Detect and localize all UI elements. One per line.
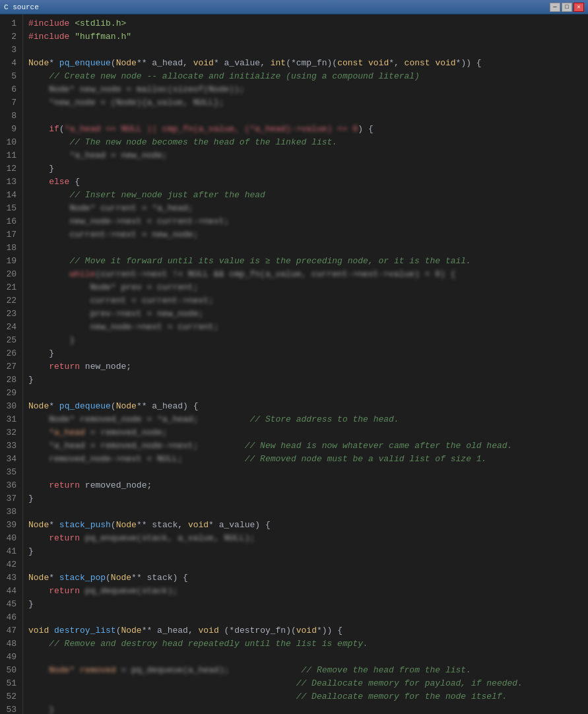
code-line-12: } (28, 162, 583, 176)
code-line-35 (28, 466, 583, 479)
code-line-23: prev->next = new_node; (28, 308, 583, 321)
code-line-20: while(current->next != NULL && cmp_fn(a_… (28, 268, 583, 281)
code-line-18 (28, 242, 583, 255)
code-line-9: if(*a_head == NULL || cmp_fn(a_value, (*… (28, 123, 583, 136)
code-line-19: // Move it forward until its value is ≥ … (28, 255, 583, 268)
code-line-8 (28, 110, 583, 123)
code-line-27: return new_node; (28, 360, 583, 373)
code-line-10: // The new node becomes the head of the … (28, 136, 583, 149)
minimize-button[interactable]: ─ (550, 3, 560, 12)
code-line-21: Node* prev = current; (28, 281, 583, 294)
code-line-47: void destroy_list(Node** a_head, void (*… (28, 624, 583, 637)
code-line-24: new_node->next = current; (28, 321, 583, 334)
code-line-17: current->next = new_node; (28, 228, 583, 242)
code-line-33: *a_head = removed_node->next; // New hea… (28, 439, 583, 453)
code-line-14: // Insert new_node just after the head (28, 189, 583, 202)
code-line-7: *new_node = (Node){a_value, NULL}; (28, 96, 583, 110)
code-line-22: current = current->next; (28, 294, 583, 308)
code-line-32: *a_head = removed_node; (28, 426, 583, 439)
code-line-46 (28, 611, 583, 624)
code-line-40: return pq_enqueue(stack, a_value, NULL); (28, 532, 583, 545)
code-line-50: Node* removed = pq_dequeue(a_head); // R… (28, 664, 583, 677)
code-line-34: removed_node->next = NULL; // Removed no… (28, 453, 583, 466)
code-line-43: Node* stack_pop(Node** stack) { (28, 571, 583, 585)
code-line-36: return removed_node; (28, 479, 583, 492)
code-line-11: *a_head = new_node; (28, 149, 583, 162)
code-line-26: } (28, 347, 583, 360)
code-line-52: // Deallocate memory for the node itself… (28, 690, 583, 703)
title-bar-buttons[interactable]: ─ □ ✕ (550, 3, 584, 12)
code-line-4: Node* pq_enqueue(Node** a_head, void* a_… (28, 57, 583, 70)
editor: 12345 678910 1112131415 1617181920 21222… (0, 15, 588, 714)
code-line-13: else { (28, 176, 583, 189)
code-line-1: #include <stdlib.h> (28, 17, 583, 30)
code-line-29 (28, 387, 583, 400)
code-line-16: new_node->next = current->next; (28, 215, 583, 228)
code-line-49 (28, 651, 583, 664)
code-line-30: Node* pq_dequeue(Node** a_head) { (28, 400, 583, 413)
code-line-5: // Create new node -- allocate and initi… (28, 70, 583, 83)
code-line-42 (28, 558, 583, 571)
code-line-51: // Deallocate memory for payload, if nee… (28, 677, 583, 690)
code-line-6: Node* new_node = malloc(sizeof(Node)); (28, 83, 583, 96)
code-line-39: Node* stack_push(Node** stack, void* a_v… (28, 519, 583, 532)
code-line-2: #include "huffman.h" (28, 30, 583, 44)
code-line-15: Node* current = *a_head; (28, 202, 583, 215)
code-line-48: // Remove and destroy head repeatedly un… (28, 637, 583, 651)
code-line-38 (28, 505, 583, 519)
code-line-37: } (28, 492, 583, 505)
line-numbers: 12345 678910 1112131415 1617181920 21222… (0, 15, 23, 714)
title-bar: C source ─ □ ✕ (0, 0, 588, 15)
code-line-45: } (28, 598, 583, 611)
code-line-44: return pq_dequeue(stack); (28, 585, 583, 598)
code-area[interactable]: #include <stdlib.h> #include "huffman.h"… (23, 15, 588, 714)
title-bar-text: C source (4, 3, 39, 11)
maximize-button[interactable]: □ (562, 3, 572, 12)
close-button[interactable]: ✕ (573, 3, 584, 12)
code-line-31: Node* removed_node = *a_head; // Store a… (28, 413, 583, 426)
code-line-53: } (28, 703, 583, 714)
code-line-3 (28, 44, 583, 57)
code-line-25: } (28, 334, 583, 347)
code-line-41: } (28, 545, 583, 558)
code-line-28: } (28, 373, 583, 387)
